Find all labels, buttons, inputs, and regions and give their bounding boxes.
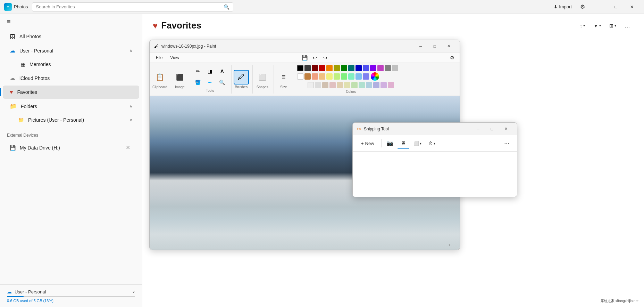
minimize-button[interactable]: ─ [592,1,608,13]
sort-button[interactable]: ↕ ▾ [576,21,588,31]
snipping-timer-button[interactable]: ⏱ ▾ [426,139,438,148]
view-chevron-icon: ▾ [614,24,616,27]
color-swatch-light4[interactable] [329,82,336,88]
color-swatch-red[interactable] [319,65,325,71]
favorites-icon: ♥ [10,89,13,95]
color-swatch-olive[interactable] [334,65,340,71]
color-swatch-white[interactable] [297,73,303,80]
color-swatch-cyan[interactable] [348,73,354,80]
settings-button[interactable]: ⚙ [577,2,588,11]
paint-save-icon[interactable]: 💾 [300,53,309,63]
sidebar-item-all-photos[interactable]: 🖼 All Photos [3,30,139,43]
eraser-button[interactable]: ◨ [204,66,216,76]
shapes-button[interactable]: ⬜ [255,70,270,84]
sidebar-item-memories[interactable]: ▦ Memories [3,58,139,71]
search-bar[interactable]: 🔍 [32,2,233,11]
color-swatch-darkred[interactable] [312,65,318,71]
color-swatch-silver[interactable] [392,65,398,71]
color-swatch-salmon[interactable] [312,73,318,80]
fill-button[interactable]: 🪣 [192,78,203,87]
view-button[interactable]: ⊞ ▾ [606,21,620,31]
sidebar-item-favorites[interactable]: ♥ Favorites [3,86,139,99]
maximize-button[interactable]: □ [608,1,624,13]
clipboard-button[interactable]: 📋 [153,70,166,84]
snipping-minimize-button[interactable]: ─ [471,124,485,134]
paint-win-controls: ─ □ ✕ [414,41,455,51]
chevron-down-bottom-icon: ∨ [132,290,135,294]
color-pick-button[interactable]: ✒ [204,78,216,87]
sidebar-item-user-personal[interactable]: ☁ User - Personal ∧ [3,44,139,57]
color-swatch-light12[interactable] [388,82,394,88]
close-button[interactable]: ✕ [624,1,640,13]
sidebar-item-folders[interactable]: 📁 Folders ∧ [3,99,139,113]
text-button[interactable]: A [217,66,228,76]
color-swatch-blue[interactable] [356,65,362,71]
search-input[interactable] [36,4,221,9]
paint-redo-button[interactable]: ↪ [320,53,330,63]
color-swatch-black[interactable] [297,65,303,71]
sidebar-item-pictures[interactable]: 📁 Pictures (User - Personal) ∨ [3,114,139,126]
more-button[interactable]: … [621,21,634,31]
paint-maximize-button[interactable]: □ [428,41,442,51]
external-devices-section: External Devices [0,129,142,140]
color-swatch-light11[interactable] [380,82,387,88]
remove-drive-button[interactable]: ✕ [124,144,132,152]
color-swatch-lime[interactable] [334,73,340,80]
color-swatch-violet[interactable] [370,65,376,71]
color-swatch-magenta[interactable] [377,65,384,71]
paint-view-menu[interactable]: View [167,54,183,62]
user-personal-label: User - Personal [19,48,125,54]
filter-button[interactable]: ▼ ▾ [590,21,604,31]
sidebar-item-icloud[interactable]: ☁ iCloud Photos [3,71,139,85]
color-swatch-gray[interactable] [385,65,391,71]
snipping-screen-button[interactable]: 🖥 [398,137,409,149]
chevron-down-icon: ∨ [129,118,132,122]
color-swatch-light1[interactable] [308,82,314,88]
color-swatch-indigo[interactable] [363,65,369,71]
color-swatch-light5[interactable] [337,82,343,88]
color-swatch-light10[interactable] [373,82,379,88]
color-swatch-yellow[interactable] [326,73,333,80]
chevron-up-icon: ∧ [129,48,132,53]
color-swatch-skyblue[interactable] [356,73,362,80]
brushes-button[interactable]: 🖊 [234,70,249,84]
size-button[interactable]: ≡ [276,70,291,84]
icloud-icon: ☁ [10,75,15,81]
image-select-button[interactable]: ⬛ [173,70,186,84]
color-swatch-green[interactable] [341,65,347,71]
paint-undo-button[interactable]: ↩ [310,53,320,63]
snipping-more-button[interactable]: ⋯ [501,137,513,149]
paint-settings-icon[interactable]: ⚙ [447,53,457,63]
color-swatch-light9[interactable] [366,82,372,88]
paint-file-menu[interactable]: File [152,54,166,62]
snipping-rect-button[interactable]: ⬜ ▾ [411,139,424,148]
color-swatch-light6[interactable] [344,82,350,88]
snipping-maximize-button[interactable]: □ [485,124,499,134]
color-swatch-peach[interactable] [319,73,325,80]
snipping-camera-button[interactable]: 📷 [384,137,396,149]
icloud-label: iCloud Photos [19,75,50,81]
color-swatch-cornflower[interactable] [363,73,369,80]
color-swatch-light3[interactable] [322,82,328,88]
sidebar-menu-toggle[interactable]: ≡ [0,14,18,30]
import-button[interactable]: ⬇ Import [550,3,575,11]
color-swatch-tan[interactable] [304,73,311,80]
sidebar-item-my-data-drive[interactable]: 💾 My Data Drive (H:) ✕ [3,140,139,155]
snipping-tool-window[interactable]: ✂ Snipping Tool ─ □ ✕ + New [352,122,517,197]
user-personal-cloud-icon: ☁ [7,289,12,294]
color-swatch-teal[interactable] [348,65,354,71]
color-swatch-darkgray[interactable] [304,65,311,71]
color-swatch-light2[interactable] [315,82,321,88]
color-swatch-orange[interactable] [326,65,333,71]
paint-close-button[interactable]: ✕ [442,41,455,51]
color-wheel[interactable] [371,72,379,81]
color-swatch-light7[interactable] [351,82,358,88]
sort-chevron-icon: ▾ [583,24,585,27]
magnify-button[interactable]: 🔍 [217,78,228,87]
color-swatch-mint[interactable] [341,73,347,80]
snipping-close-button[interactable]: ✕ [499,124,513,134]
paint-minimize-button[interactable]: ─ [414,41,428,51]
color-swatch-light8[interactable] [359,82,365,88]
pencil-button[interactable]: ✏ [192,66,203,76]
snipping-new-button[interactable]: + New [357,139,378,148]
